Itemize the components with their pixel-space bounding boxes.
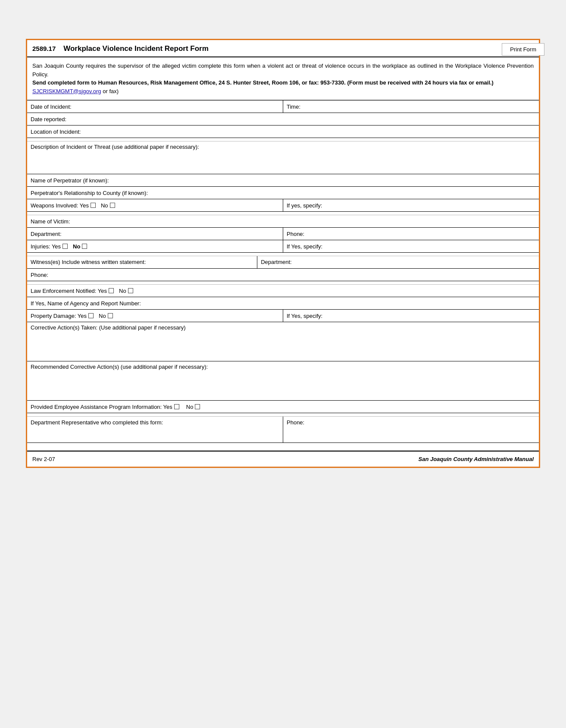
- law-enforcement-row: Law Enforcement Notified: Yes No: [27, 285, 539, 297]
- email-suffix: or fax): [103, 88, 119, 94]
- perpetrator-rel-cell: Perpetrator's Relationship to County (if…: [27, 187, 539, 199]
- date-of-incident-cell: Date of Incident:: [27, 100, 283, 113]
- law-yes-checkbox[interactable]: [109, 288, 114, 293]
- department-label: Department:: [31, 231, 62, 237]
- victim-name-cell: Name of Victim:: [27, 215, 539, 227]
- time-cell: Time:: [283, 100, 539, 113]
- corrective-row: Corrective Action(s) Taken: (Use additio…: [27, 322, 539, 361]
- victim-name-label: Name of Victim:: [31, 218, 70, 225]
- weapons-specify-label: If yes, specify:: [287, 202, 322, 209]
- form-number: 2589.17: [32, 45, 56, 52]
- weapons-no-label: No: [101, 202, 108, 209]
- witnesses-label: Witness(es) Include witness written stat…: [31, 259, 146, 265]
- spacer-2: [27, 212, 539, 215]
- date-reported-cell: Date reported:: [27, 113, 539, 125]
- dept-rep-label: Department Representative who completed …: [31, 419, 163, 426]
- injuries-specify-cell: If Yes, specify:: [283, 240, 539, 252]
- dept-cell: Department:: [27, 228, 283, 240]
- injuries-no-label: No: [73, 243, 80, 250]
- location-cell: Location of Incident:: [27, 126, 539, 138]
- dept-rep-row: Department Representative who completed …: [27, 417, 539, 443]
- law-no-checkbox[interactable]: [128, 288, 133, 293]
- eap-yes-checkbox[interactable]: [174, 404, 179, 409]
- corrective-label: Corrective Action(s) Taken: (Use additio…: [31, 324, 186, 331]
- law-enforcement-cell: Law Enforcement Notified: Yes No: [27, 285, 539, 297]
- recommended-cell: Recommended Corrective Action(s) (use ad…: [27, 361, 539, 400]
- weapons-specify-cell: If yes, specify:: [283, 199, 539, 211]
- dept-rep-phone-label: Phone:: [287, 419, 304, 426]
- print-form-button[interactable]: Print Form: [502, 43, 544, 56]
- date-reported-row: Date reported:: [27, 113, 539, 126]
- employee-assistance-label: Provided Employee Assistance Program Inf…: [31, 404, 172, 410]
- employee-assistance-no-label: No: [186, 404, 194, 410]
- witness-phone-row: Phone:: [27, 269, 539, 281]
- weapons-cell: Weapons Involved: Yes No: [27, 199, 283, 211]
- injuries-cell: Injuries: Yes No: [27, 240, 283, 252]
- recommended-row: Recommended Corrective Action(s) (use ad…: [27, 361, 539, 401]
- employee-assistance-cell: Provided Employee Assistance Program Inf…: [27, 401, 539, 413]
- perpetrator-name-cell: Name of Perpetrator (if known):: [27, 174, 539, 186]
- location-label: Location of Incident:: [31, 129, 81, 135]
- property-specify-cell: If Yes, specify:: [283, 310, 539, 322]
- injuries-label: Injuries: Yes: [31, 243, 61, 250]
- weapons-label: Weapons Involved: Yes: [31, 202, 89, 209]
- victim-name-row: Name of Victim:: [27, 215, 539, 228]
- law-enforcement-no-label: No: [119, 288, 126, 294]
- witnesses-cell: Witness(es) Include witness written stat…: [27, 256, 257, 268]
- bold-text: Send completed form to Human Resources, …: [32, 78, 534, 87]
- witness-dept-label: Department:: [261, 259, 292, 265]
- fields-section: Date of Incident: Time: Date reported: L…: [27, 100, 539, 467]
- page-wrapper: Print Form 2589.17 Workplace Violence In…: [9, 39, 557, 728]
- weapons-no-checkbox[interactable]: [110, 203, 115, 208]
- witness-phone-cell: Phone:: [27, 269, 539, 281]
- perpetrator-name-row: Name of Perpetrator (if known):: [27, 174, 539, 187]
- recommended-label: Recommended Corrective Action(s) (use ad…: [31, 364, 208, 370]
- perpetrator-rel-label: Perpetrator's Relationship to County (if…: [31, 190, 148, 196]
- property-yes-checkbox[interactable]: [88, 313, 94, 318]
- dept-rep-phone-cell: Phone:: [283, 417, 539, 442]
- agency-cell: If Yes, Name of Agency and Report Number…: [27, 297, 539, 309]
- phone-label: Phone:: [287, 231, 304, 237]
- footer-manual: San Joaquin County Administrative Manual: [419, 456, 534, 462]
- injuries-no-checkbox[interactable]: [82, 244, 87, 249]
- corrective-cell: Corrective Action(s) Taken: (Use additio…: [27, 322, 539, 361]
- spacer-1: [27, 138, 539, 141]
- spacer-6: [27, 443, 539, 451]
- phone-cell: Phone:: [283, 228, 539, 240]
- property-damage-no-label: No: [99, 313, 106, 319]
- footer-row: Rev 2-07 San Joaquin County Administrati…: [27, 451, 539, 467]
- weapons-yes-checkbox[interactable]: [91, 203, 96, 208]
- intro-section: San Joaquin County requires the supervis…: [27, 57, 539, 100]
- property-damage-label: Property Damage: Yes: [31, 313, 87, 319]
- injuries-row: Injuries: Yes No If Yes, specify:: [27, 240, 539, 253]
- agency-label: If Yes, Name of Agency and Report Number…: [31, 300, 141, 307]
- form-title: Workplace Violence Incident Report Form: [63, 44, 209, 53]
- spacer-3: [27, 253, 539, 256]
- property-damage-cell: Property Damage: Yes No: [27, 310, 283, 322]
- perpetrator-name-label: Name of Perpetrator (if known):: [31, 177, 109, 184]
- property-damage-row: Property Damage: Yes No If Yes, specify:: [27, 310, 539, 322]
- injuries-yes-checkbox[interactable]: [63, 244, 68, 249]
- date-of-incident-label: Date of Incident:: [31, 104, 72, 110]
- dept-rep-cell: Department Representative who completed …: [27, 417, 283, 442]
- law-enforcement-label: Law Enforcement Notified: Yes: [31, 288, 107, 294]
- description-cell: Description of Incident or Threat (use a…: [27, 141, 539, 174]
- agency-row: If Yes, Name of Agency and Report Number…: [27, 297, 539, 310]
- description-row: Description of Incident or Threat (use a…: [27, 141, 539, 174]
- property-no-checkbox[interactable]: [108, 313, 113, 318]
- eap-no-checkbox[interactable]: [195, 404, 200, 409]
- description-label: Description of Incident or Threat (use a…: [31, 144, 199, 150]
- property-specify-label: If Yes, specify:: [287, 313, 322, 319]
- witnesses-row: Witness(es) Include witness written stat…: [27, 256, 539, 269]
- weapons-row: Weapons Involved: Yes No If yes, specify…: [27, 199, 539, 212]
- witness-phone-label: Phone:: [31, 272, 48, 278]
- date-time-row: Date of Incident: Time:: [27, 100, 539, 113]
- form-title-row: 2589.17 Workplace Violence Incident Repo…: [27, 40, 539, 57]
- employee-assistance-row: Provided Employee Assistance Program Inf…: [27, 401, 539, 413]
- email-link[interactable]: SJCRISKMGMT@sjgov.org: [32, 88, 101, 94]
- dept-phone-row: Department: Phone:: [27, 228, 539, 240]
- footer-rev: Rev 2-07: [32, 456, 55, 462]
- date-reported-label: Date reported:: [31, 116, 66, 122]
- perpetrator-rel-row: Perpetrator's Relationship to County (if…: [27, 187, 539, 199]
- intro-text: San Joaquin County requires the supervis…: [32, 62, 534, 78]
